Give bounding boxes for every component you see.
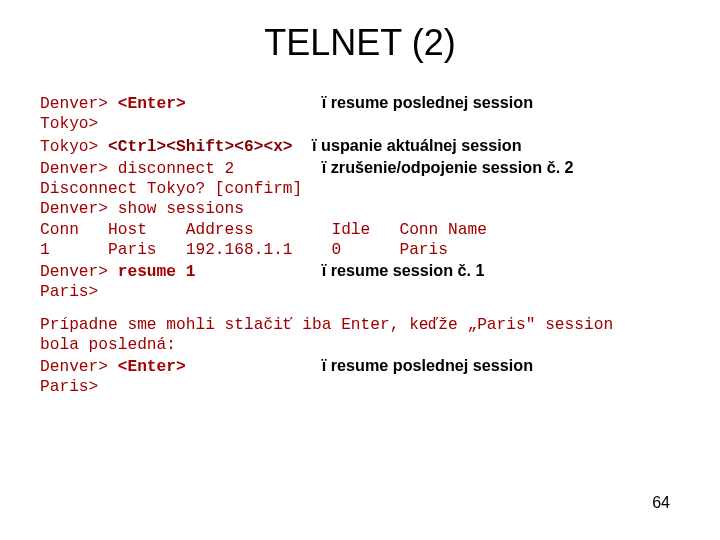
code-line: 1 Paris 192.168.1.1 0 Paris <box>40 240 680 260</box>
prompt-text: Denver> <box>40 263 118 281</box>
spacer <box>195 263 321 281</box>
note-text: uspanie aktuálnej session <box>321 136 522 154</box>
slide: TELNET (2) Denver> <Enter> ï resume posl… <box>0 0 720 540</box>
cmd-text: resume 1 <box>118 263 196 281</box>
cmd-text: <Ctrl><Shift><6><x> <box>108 138 293 156</box>
code-line: Denver> disconnect 2 ï zrušenie/odpojeni… <box>40 157 680 179</box>
prompt-text: Denver> <box>40 358 118 376</box>
left-arrow-icon: ï <box>322 158 327 176</box>
prompt-text: Tokyo> <box>40 138 108 156</box>
prompt-text: Denver> disconnect 2 <box>40 160 234 178</box>
code-line: Tokyo> <Ctrl><Shift><6><x> ï uspanie akt… <box>40 135 680 157</box>
intro-line: Prípadne sme mohli stlačiť iba Enter, ke… <box>40 315 680 335</box>
spacer <box>293 138 312 156</box>
code-line: Paris> <box>40 377 680 397</box>
left-arrow-icon: ï <box>322 356 327 374</box>
spacer <box>186 358 322 376</box>
spacer <box>186 95 322 113</box>
note-text: resume poslednej session <box>331 93 533 111</box>
code-block-2: Prípadne sme mohli stlačiť iba Enter, ke… <box>40 315 680 398</box>
code-line: Denver> <Enter> ï resume poslednej sessi… <box>40 355 680 377</box>
cmd-text: <Enter> <box>118 95 186 113</box>
left-arrow-icon: ï <box>312 136 317 154</box>
intro-line: bola posledná: <box>40 335 680 355</box>
note-text: resume poslednej session <box>331 356 533 374</box>
page-number: 64 <box>652 494 670 512</box>
code-line: Paris> <box>40 282 680 302</box>
code-line: Denver> <Enter> ï resume poslednej sessi… <box>40 92 680 114</box>
prompt-text: Denver> <box>40 95 118 113</box>
code-line: Conn Host Address Idle Conn Name <box>40 220 680 240</box>
note-text: resume session č. 1 <box>331 261 485 279</box>
cmd-text: <Enter> <box>118 358 186 376</box>
spacer <box>234 160 321 178</box>
left-arrow-icon: ï <box>322 93 327 111</box>
code-line: Denver> resume 1 ï resume session č. 1 <box>40 260 680 282</box>
code-line: Tokyo> <box>40 114 680 134</box>
slide-title: TELNET (2) <box>40 22 680 64</box>
code-line: Disconnect Tokyo? [confirm] <box>40 179 680 199</box>
note-text: zrušenie/odpojenie session č. 2 <box>331 158 574 176</box>
left-arrow-icon: ï <box>322 261 327 279</box>
code-line: Denver> show sessions <box>40 199 680 219</box>
code-block-1: Denver> <Enter> ï resume poslednej sessi… <box>40 92 680 303</box>
